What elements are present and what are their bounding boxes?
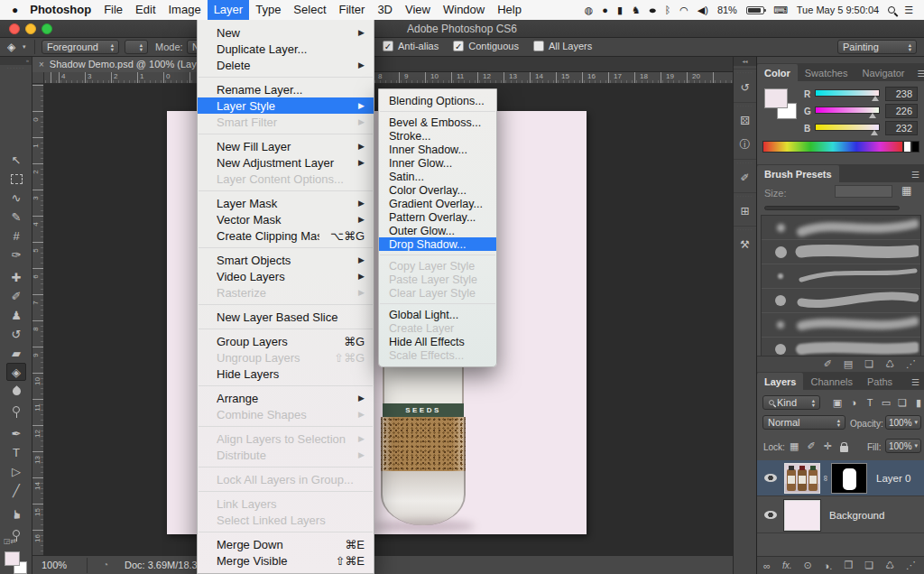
menu-item-vector-mask[interactable]: Vector Mask▶ [198,211,374,227]
tools-collapse-button[interactable]: » [0,57,32,65]
bluetooth-menu-icon[interactable]: ᛒ [665,5,671,15]
window-title-bar[interactable]: Adobe Photoshop CS6 [0,20,924,38]
screen-recorder-menu-icon[interactable]: ◍ [585,5,594,16]
tab-navigator[interactable]: Navigator [855,64,911,81]
menu-bar-clock[interactable]: Tue May 5 9:50:04 [797,5,879,15]
notification-center-icon[interactable]: ☰ [904,5,913,16]
layer-name[interactable]: Background [829,510,884,521]
vertical-ruler[interactable]: 012345678910111213141516 [32,84,44,555]
vpn-lock-menu-icon[interactable]: ● [602,5,608,15]
channel-slider[interactable] [815,89,880,97]
menu-item-hide-layers[interactable]: Hide Layers [198,366,374,382]
layer-visibility-icon[interactable] [764,474,777,482]
eraser-tool-icon[interactable]: ▰ [6,344,26,362]
dock-collapse-button[interactable]: ◂◂ [734,57,756,66]
filter-switch-icon[interactable]: ▮ [910,395,924,410]
foreground-color-swatch-panel[interactable] [764,88,788,108]
history-panel-icon[interactable]: ↺ [734,76,756,99]
menu-select[interactable]: Select [287,0,332,20]
channel-value-field[interactable]: 232 [885,121,918,135]
fill-source-select[interactable]: Foreground▴ ▾ [42,40,119,54]
quick-selection-tool-icon[interactable]: ✎ [6,208,26,226]
menu-item-bevel-emboss[interactable]: Bevel & Emboss... [379,116,496,129]
layer-thumbnail[interactable] [784,500,820,531]
panel-resize-grip[interactable]: ⋰ [906,560,916,571]
checkbox-contiguous[interactable]: ✓Contiguous [453,41,519,51]
menu-image[interactable]: Image [162,0,208,20]
checkbox-box-all-layers[interactable] [533,41,544,51]
link-layers-icon[interactable]: ∞ [763,560,771,571]
add-layer-style-icon[interactable]: fx. [782,560,792,570]
paint-bucket-tool-icon[interactable]: ◈ [6,363,26,381]
brush-size-input[interactable] [835,185,892,198]
tab-color[interactable]: Color [757,64,798,81]
fill-input[interactable]: 100%▾ [885,439,921,453]
curve-brush[interactable] [762,289,920,313]
menu-edit[interactable]: Edit [129,0,162,20]
menu-item-merge-visible[interactable]: Merge Visible⇧⌘E [198,552,374,569]
zoom-level-field[interactable]: 100% [42,560,67,570]
hard-round-brush[interactable] [762,240,920,264]
hand-tool-icon[interactable]: ☛ [7,505,25,524]
brush-tool-icon[interactable]: ✐ [6,287,26,305]
menu-item-stroke[interactable]: Stroke... [379,129,496,143]
menu-item-merge-down[interactable]: Merge Down⌘E [198,536,374,552]
tab-channels[interactable]: Channels [803,373,859,390]
menu-item-new-fill-layer[interactable]: New Fill Layer▶ [198,138,374,154]
menu-item-inner-shadow[interactable]: Inner Shadow... [379,143,496,156]
menu-item-satin[interactable]: Satin... [379,170,496,183]
menu-file[interactable]: File [97,0,129,20]
filter-smart-objects-icon[interactable]: ❏ [894,395,910,410]
blur-tool-icon[interactable] [6,382,26,400]
lasso-tool-icon[interactable]: ∿ [6,189,26,207]
battery-app-menu-icon[interactable]: ▮ [617,5,623,16]
eyedropper-tool-icon[interactable]: ✑ [6,245,26,264]
horizontal-ruler[interactable]: 43210891011121314151617181920 [44,72,733,84]
menu-item-hide-all-effects[interactable]: Hide All Effects [379,335,496,348]
layer-visibility-icon[interactable] [764,511,777,519]
menu-item-drop-shadow[interactable]: Drop Shadow... [379,237,496,251]
channel-slider-thumb[interactable] [869,113,876,118]
filter-adjustment-layers-icon[interactable]: ◑ [845,395,862,410]
opacity-input[interactable]: 100%▾ [885,415,921,430]
soft-texture-brush[interactable] [762,313,920,338]
menu-item-layer-mask[interactable]: Layer Mask▶ [198,195,374,211]
dock-grip[interactable]: ······ [734,192,756,199]
layer-row-background[interactable]: Background [757,497,924,533]
tab-swatches[interactable]: Swatches [798,64,855,81]
history-brush-tool-icon[interactable]: ↺ [6,325,26,343]
menu-item-gradient-overlay[interactable]: Gradient Overlay... [379,197,496,210]
new-adjustment-layer-icon[interactable]: ◑. [824,560,833,571]
spot-healing-brush-tool-icon[interactable]: ✚ [6,268,26,286]
clone-source-panel-icon[interactable]: ⊞ [734,199,756,223]
create-new-brush-icon[interactable]: ❏ [864,358,873,370]
menu-3d[interactable]: 3D [371,0,399,20]
volume-menu-icon[interactable]: ◀) [698,5,708,16]
checkbox-all-layers[interactable]: All Layers [533,41,592,51]
tool-preset-caret-icon[interactable]: ▾ [23,43,26,51]
brush-tip-picker-icon[interactable]: ▦ [901,184,911,197]
tool-presets-panel-icon[interactable]: ⚒ [734,233,756,256]
menu-item-blending-options[interactable]: Blending Options... [379,94,496,107]
lock-image-pixels-icon[interactable]: ✐ [807,440,815,452]
delete-layer-icon[interactable]: ♺ [885,560,894,571]
channel-value-field[interactable]: 226 [885,104,918,118]
type-tool-icon[interactable]: T [6,443,26,461]
channel-slider-thumb[interactable] [872,96,879,101]
clone-stamp-tool-icon[interactable]: ♟ [6,306,26,324]
menu-help[interactable]: Help [491,0,528,20]
menu-item-outer-glow[interactable]: Outer Glow... [379,224,496,237]
tab-brush-presets[interactable]: Brush Presets [757,165,839,182]
tapered-brush[interactable] [762,264,920,289]
menu-item-color-overlay[interactable]: Color Overlay... [379,183,496,197]
menu-item-new-adjustment-layer[interactable]: New Adjustment Layer▶ [198,154,374,171]
soft-round-brush[interactable] [762,216,920,240]
filter-type-layers-icon[interactable]: T [862,395,878,410]
menu-item-rename-layer[interactable]: Rename Layer... [198,81,374,97]
crop-tool-icon[interactable]: # [6,227,26,245]
open-preset-manager-icon[interactable]: ▤ [844,358,853,370]
document-size-info[interactable]: Doc: 3.69M/18.3M [125,560,206,570]
menu-item-layer-style[interactable]: Layer Style▶ [198,97,374,114]
new-layer-icon[interactable]: ❏ [864,560,873,571]
menu-window[interactable]: Window [437,0,491,20]
